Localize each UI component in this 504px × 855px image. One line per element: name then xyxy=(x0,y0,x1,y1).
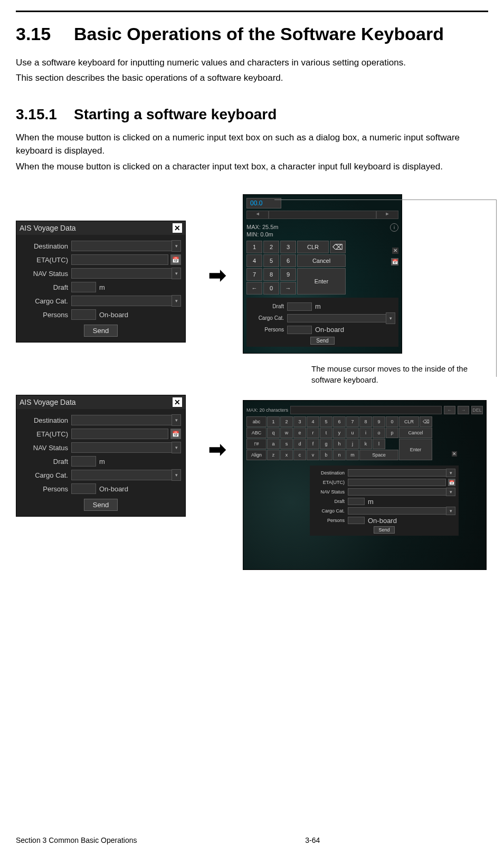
char-display[interactable] xyxy=(290,406,442,414)
close-icon[interactable]: ✕ xyxy=(173,223,182,233)
persons-input[interactable] xyxy=(71,309,96,320)
section-heading: 3.15Basic Operations of the Software Key… xyxy=(16,23,488,45)
char-panel-form: Destination▾ ETA(UTC)📅 NAV Status▾ Draft… xyxy=(310,466,459,536)
character-keyboard-panel: MAX: 20 characters ← → DEL abc 1 2 3 4 5… xyxy=(243,400,487,570)
character-keypad: abc 1 2 3 4 5 6 7 8 9 0 CLR ⌫ ABC q w e xyxy=(246,416,483,460)
mode-symbols[interactable]: !'# xyxy=(246,439,267,449)
subsection-number: 3.15.1 xyxy=(16,106,74,123)
destination-input-2[interactable] xyxy=(71,415,172,425)
intro-p2: This section describes the basic operati… xyxy=(16,71,488,85)
intro-p1: Use a software keyboard for inputting nu… xyxy=(16,56,488,70)
calendar-icon[interactable]: 📅 xyxy=(170,254,181,265)
dialog-title-2: AIS Voyage Data xyxy=(20,398,76,406)
mode-abc-upper[interactable]: ABC xyxy=(246,428,267,438)
char-bksp[interactable]: ⌫ xyxy=(420,416,432,427)
ais-dialog-1: AIS Voyage Data ✕ Destination ▾ ETA(UTC)… xyxy=(16,221,186,343)
dialog-title: AIS Voyage Data xyxy=(20,224,76,232)
ais-dialog-2: AIS Voyage Data ✕ Destination ▾ ETA(UTC)… xyxy=(16,395,186,517)
key-7[interactable]: 7 xyxy=(246,268,262,281)
mode-align[interactable]: Align xyxy=(246,450,267,460)
calendar-icon-2[interactable]: 📅 xyxy=(170,429,181,439)
nav-dropdown-icon[interactable]: ▾ xyxy=(172,268,181,279)
max-chars-label: MAX: 20 characters xyxy=(246,407,288,413)
send-button[interactable]: Send xyxy=(84,325,118,337)
destination-input[interactable] xyxy=(71,241,172,251)
persons-label: Persons xyxy=(21,311,71,319)
destination-label: Destination xyxy=(21,242,71,250)
draft-input[interactable] xyxy=(71,282,96,292)
annotation-text: The mouse cursor moves to the inside of … xyxy=(311,363,480,385)
eta-label: ETA(UTC) xyxy=(21,256,71,264)
cargo-dropdown-icon[interactable]: ▾ xyxy=(172,295,181,307)
nav-del-button[interactable]: DEL xyxy=(471,406,483,414)
char-enter[interactable]: Enter xyxy=(399,439,432,460)
nav-label: NAV Status xyxy=(21,270,71,278)
char-cancel[interactable]: Cancel xyxy=(399,428,432,438)
arrow-right-icon: ➡ xyxy=(208,263,226,287)
subsection-heading: 3.15.1Starting a software keyboard xyxy=(16,106,488,123)
key-left[interactable]: ← xyxy=(246,282,262,294)
char-clr[interactable]: CLR xyxy=(399,416,419,427)
send-button-mini-2[interactable]: Send xyxy=(374,526,394,534)
section-number: 3.15 xyxy=(16,23,74,45)
cargo-select[interactable] xyxy=(71,296,172,306)
section-title-text: Basic Operations of the Software Keyboar… xyxy=(74,23,483,45)
eta-input[interactable] xyxy=(71,254,168,265)
mode-abc[interactable]: abc xyxy=(246,416,267,427)
arrow-right-icon-2: ➡ xyxy=(208,437,226,461)
char-space[interactable]: Space xyxy=(359,450,398,460)
key-4[interactable]: 4 xyxy=(246,254,262,267)
sub-p1: When the mouse button is clicked on a nu… xyxy=(16,131,488,158)
cargo-label: Cargo Cat. xyxy=(21,297,71,305)
sub-p2: When the mouse button is clicked on a ch… xyxy=(16,160,488,174)
key-1[interactable]: 1 xyxy=(246,241,262,253)
draft-unit: m xyxy=(99,283,105,291)
nav-left-button[interactable]: ← xyxy=(444,406,455,414)
subsection-title-text: Starting a software keyboard xyxy=(74,106,277,122)
draft-label: Draft xyxy=(21,283,71,291)
mini-close-icon-2[interactable]: ✕ xyxy=(452,451,457,457)
close-icon-2[interactable]: ✕ xyxy=(173,397,182,407)
nav-select[interactable] xyxy=(71,268,172,279)
nav-right-button[interactable]: → xyxy=(458,406,469,414)
persons-suffix: On-board xyxy=(99,311,128,319)
destination-dropdown-icon[interactable]: ▾ xyxy=(172,240,181,252)
cursor-left-button[interactable]: ◄ xyxy=(246,211,269,219)
send-button-2[interactable]: Send xyxy=(84,499,118,511)
